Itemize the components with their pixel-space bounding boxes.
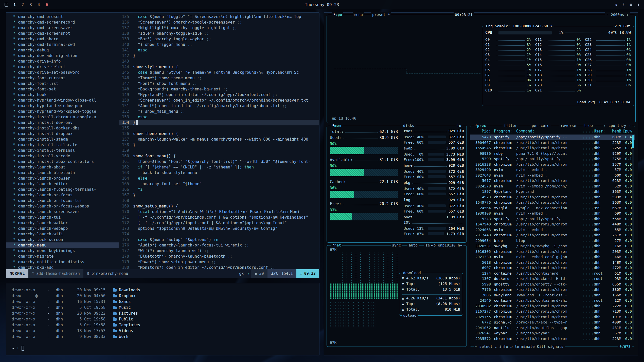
file-tree-item[interactable]: * omarchy-launch-screensaver (6, 209, 119, 215)
file-tree-item[interactable]: * omarchy-launch-webapp (6, 226, 119, 231)
file-tree-item[interactable]: * omarchy-launch-wifi (6, 231, 119, 237)
process-row[interactable]: 5998 ghostty /usr/bin/ghostty --gtk- dhh… (470, 282, 635, 287)
net-sync-toggle[interactable]: sync (391, 243, 402, 248)
scrollbar-thumb[interactable] (632, 135, 634, 148)
process-row[interactable]: 2917448 chromium /usr/lib/chromium/chrom… (470, 233, 635, 238)
workspace-button[interactable]: 3 (29, 2, 32, 7)
code-line[interactable]: 151 *About*) open_in_editor ~/.config/om… (119, 103, 319, 109)
code-line[interactable]: 155 (119, 125, 319, 131)
process-row[interactable]: 5017 chromium /usr/lib/chromium/chrom dh… (470, 178, 635, 184)
apps-icon[interactable]: ▦ (630, 2, 632, 7)
code-line[interactable]: 176 *Audio*) omarchy-launch-or-focus-tui… (119, 242, 319, 248)
file-tree-item[interactable]: * omarchy-debug (6, 47, 119, 53)
file-tree-item[interactable]: * omarchy-cmd-screensaver (6, 25, 119, 31)
process-row[interactable]: 1897 Hyprland Hyprland dhh 363M 0.0 (470, 189, 635, 195)
code-line[interactable]: 160 show_font_menu() { (119, 153, 319, 159)
code-line[interactable]: 143 (119, 59, 319, 64)
code-line[interactable]: 177 *Wifi*) omarchy-launch-wifi ;; (119, 248, 319, 254)
file-tree-item[interactable]: * omarchy-install-terminal (6, 148, 119, 153)
file-tree-item[interactable]: * omarchy-drive-set-password (6, 70, 119, 75)
file-tree-item[interactable]: * omarchy-launch-browser (6, 176, 119, 181)
code-line[interactable]: 174 (119, 231, 319, 237)
process-scrollbar[interactable] (632, 135, 634, 340)
process-row[interactable]: 1930108 nvim nvim --embed . dhh 69M 0.0 (470, 211, 635, 216)
process-row[interactable]: 6772 signal-d /proc/self/exe --type=r dh… (470, 320, 635, 325)
net-interface-selector[interactable]: ←b enp191s0 n→ (430, 243, 463, 248)
code-line[interactable]: 178 *Bluetooth*) omarchy-launch-bluetoot… (119, 254, 319, 259)
process-row[interactable]: 3026541 waybar /usr/bin/waybar dhh 67M 0… (470, 331, 635, 336)
file-tree-item[interactable]: * omarchy-install-dev-env (6, 120, 119, 125)
per-core-toggle[interactable]: per-core (530, 123, 551, 128)
code-line[interactable]: 171 [ -f ~/.config/hypr/bindings.conf ] … (119, 215, 319, 220)
code-line[interactable]: 162 if [[ "$theme" == "CNCLD" || -z "$th… (119, 164, 319, 170)
code-line[interactable]: 139 *Bar*) omarchy-toggle-waybar ;; (119, 36, 319, 42)
process-row[interactable]: 2941052 nautilus /usr/bin/nautilus --gap… (470, 325, 635, 331)
code-line[interactable]: 175 case $(menu "Setup" "$options") in (119, 237, 319, 242)
code-line[interactable]: 166 fi (119, 187, 319, 192)
process-row[interactable]: 5399 spotify /opt/spotify/spotify -- dhh… (470, 156, 635, 162)
code-line[interactable]: 136 *Screensaver*) omarchy-toggle-screen… (119, 20, 319, 25)
code-line[interactable]: 179 *Power*) show_setup_power_menu ;; (119, 259, 319, 265)
code-line[interactable]: 152 *) show_main_menu ;; (119, 109, 319, 114)
code-line[interactable]: 154 } (119, 120, 319, 125)
sort-column-selector[interactable]: ← cpu lazy → (603, 123, 632, 128)
file-tree-item[interactable]: * omarchy-install-tailscale (6, 142, 119, 148)
file-tree-item[interactable]: * omarchy-menu (6, 242, 119, 248)
menu-button[interactable]: menu (353, 12, 364, 17)
file-tree-item[interactable]: * omarchy-font-set (6, 86, 119, 92)
file-tree-item[interactable]: * omarchy-cmd-screenshot (6, 31, 119, 36)
code-line[interactable]: 135 case $(menu "Toggle" "□ Screensaver\… (119, 14, 319, 20)
process-row[interactable]: 3024578 nvim nvim --embed /home/dhh/ dhh… (470, 184, 635, 189)
process-row[interactable]: 24540 containe /usr/bin/containerd-shi r… (470, 298, 635, 303)
code-line[interactable]: 157 omarchy-launch-walker -m menus:omarc… (119, 137, 319, 142)
code-line[interactable]: 142 } (119, 53, 319, 59)
file-tree-item[interactable]: * omarchy-install-vscode (6, 153, 119, 159)
code-line[interactable]: 144 show_style_menu() { (119, 64, 319, 70)
code-line[interactable]: 145 case $(menu "Style" "◈ Theme\nA Font… (119, 70, 319, 75)
bluetooth-icon[interactable]: ᛒ (622, 2, 625, 7)
code-line[interactable]: 150 *Screensaver*) open_in_editor ~/.con… (119, 98, 319, 103)
process-row[interactable]: 2935572 chromium /usr/lib/chromium/chrom… (470, 336, 635, 342)
network-icon[interactable]: ⇅ (615, 2, 617, 7)
code-line[interactable]: 180 *Monitors*) open_in_editor ~/.config… (119, 265, 319, 269)
file-tree-item[interactable]: * omarchy-hook (6, 92, 119, 98)
file-tree-item[interactable]: * omarchy-launch-or-focus-webapp (6, 203, 119, 209)
process-row[interactable]: 3016338 chromium /usr/lib/chromium/chrom… (470, 162, 635, 167)
tree-toggle[interactable]: tree (583, 123, 594, 128)
process-row[interactable]: 7176 chromium /usr/lib/chromium/chrom dh… (470, 287, 635, 293)
workspace-button[interactable]: 1 (13, 2, 16, 7)
file-tree-item[interactable]: * omarchy-hyprland-window-pop (6, 103, 119, 109)
workspace-button[interactable]: 2 (22, 2, 24, 7)
code-line[interactable]: 172 [ -f ~/.config/hypr/input.conf ] && … (119, 220, 319, 226)
io-tab[interactable]: io (456, 123, 462, 128)
process-row[interactable]: 3026531 swaybg /usr/bin/swaybg -i /hom d… (470, 243, 635, 249)
file-tree-item[interactable]: * omarchy-install-xbox-controllers (6, 159, 119, 164)
workspace-button[interactable]: 4 (38, 2, 40, 7)
code-line[interactable]: 153 esac (119, 114, 319, 120)
file-tree-item[interactable]: * omarchy-lock-screen (6, 237, 119, 242)
file-tree-item[interactable]: * omarchy-font-current (6, 75, 119, 81)
cpu-header[interactable]: Cpu% (621, 128, 635, 135)
code-line[interactable]: 141 esac (119, 47, 319, 53)
code-line[interactable]: 165 omarchy-font-set "$theme" (119, 181, 319, 187)
process-row[interactable]: 2929755 chromium /usr/lib/chromium/chrom… (470, 314, 635, 320)
file-tree-item[interactable]: * omarchy-cmd-share (6, 36, 119, 42)
code-line[interactable]: 137 *Nightlight*) omarchy-toggle-nightli… (119, 25, 319, 31)
file-tree-item[interactable]: * omarchy-notification-dismiss (6, 259, 119, 265)
process-row[interactable]: 4923 chromium /usr/lib/chromium/chrom dh… (470, 195, 635, 200)
file-tree-item[interactable]: * omarchy-hyprland-workspace-toggle (6, 109, 119, 114)
file-tree-item[interactable]: * omarchy-launch-tui (6, 215, 119, 220)
process-row[interactable]: 1307 dockerd /usr/bin/dockerd -H fd: roo… (470, 276, 635, 282)
file-tree-item[interactable]: * omarchy-drive-info (6, 59, 119, 64)
code-line[interactable]: 138 *Idle*) omarchy-toggle-idle ;; (119, 31, 319, 36)
code-line[interactable]: 148 *Background*) omarchy-theme-bg-next … (119, 86, 319, 92)
mem-header[interactable]: MemB (607, 128, 621, 135)
process-row[interactable]: 2930982 chromium /usr/lib/chromium/chrom… (470, 303, 635, 309)
process-row[interactable]: 24564 mysqld mysqld --max-connection 999… (470, 205, 635, 211)
code-line[interactable]: 169 show_setup_menu() { (119, 203, 319, 209)
file-tree-item[interactable]: * omarchy-install-steam (6, 137, 119, 142)
file-tree-item[interactable]: * omarchy-hyprland-window-close-all (6, 98, 119, 103)
file-tree-item[interactable]: * omarchy-install-docker-dbs (6, 125, 119, 131)
battery-icon[interactable]: ▮ (637, 2, 639, 7)
command-header[interactable]: Command: (516, 128, 583, 135)
